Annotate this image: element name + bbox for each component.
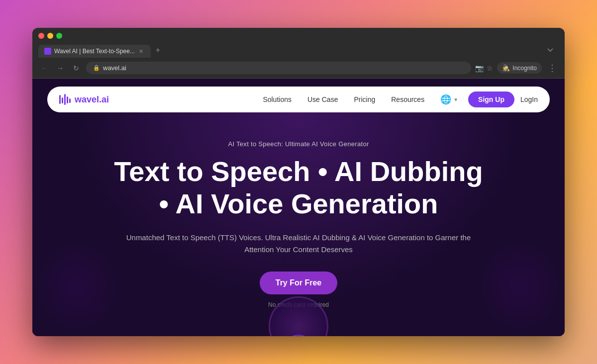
try-free-button[interactable]: Try For Free <box>260 272 337 294</box>
hero-subtitle: AI Text to Speech: Ultimate AI Voice Gen… <box>228 140 369 148</box>
bookmark-icon[interactable]: ☆ <box>487 64 493 72</box>
logo-text: wavel.ai <box>75 94 109 105</box>
hero-section: AI Text to Speech: Ultimate AI Voice Gen… <box>32 112 565 336</box>
tab-expand-button[interactable] <box>542 43 559 58</box>
close-button[interactable] <box>38 33 44 39</box>
login-button[interactable]: LogIn <box>520 95 538 103</box>
svg-rect-0 <box>45 49 50 54</box>
logo-bar-1 <box>59 95 61 104</box>
logo-bar-3 <box>64 94 66 105</box>
incognito-label: Incognito <box>512 65 537 72</box>
globe-icon: 🌐 <box>440 94 451 105</box>
nav-resources[interactable]: Resources <box>391 95 424 103</box>
incognito-badge: 🕵 Incognito <box>497 62 542 74</box>
refresh-button[interactable]: ↻ <box>70 62 82 74</box>
site-navbar: wavel.ai Solutions Use Case Pricing Reso… <box>47 87 550 112</box>
minimize-button[interactable] <box>47 33 53 39</box>
secure-icon: 🔒 <box>93 65 100 71</box>
hero-title: Text to Speech • AI Dubbing • AI Voice G… <box>114 156 483 220</box>
camera-off-icon: 📷 <box>475 64 484 72</box>
back-button[interactable]: ← <box>38 62 50 74</box>
logo-text-ai: .ai <box>99 94 109 104</box>
bottom-decoration-inner <box>284 335 313 336</box>
tab-title: Wavel AI | Best Text-to-Spee... <box>54 48 135 55</box>
address-bar-icons: 📷 ☆ <box>475 64 493 72</box>
address-bar: ← → ↻ 🔒 wavel.ai 📷 ☆ 🕵 Incognito ⋮ <box>32 58 565 79</box>
nav-links: Solutions Use Case Pricing Resources <box>263 95 424 103</box>
nav-actions: 🌐 ▼ Sign Up LogIn <box>436 91 538 107</box>
forward-button[interactable]: → <box>54 62 66 74</box>
tab-favicon <box>44 48 51 55</box>
incognito-icon: 🕵 <box>502 64 510 72</box>
logo-bar-5 <box>69 98 71 103</box>
browser-tab-active[interactable]: Wavel AI | Best Text-to-Spee... ✕ <box>38 45 151 58</box>
browser-window: Wavel AI | Best Text-to-Spee... ✕ + ← → … <box>32 28 565 336</box>
browser-menu-button[interactable]: ⋮ <box>546 63 559 74</box>
language-selector[interactable]: 🌐 ▼ <box>436 92 462 107</box>
nav-solutions[interactable]: Solutions <box>263 95 292 103</box>
tab-bar: Wavel AI | Best Text-to-Spee... ✕ + <box>38 43 559 58</box>
browser-chrome: Wavel AI | Best Text-to-Spee... ✕ + <box>32 28 565 58</box>
new-tab-button[interactable]: + <box>151 43 165 58</box>
logo-text-wavel: wavel <box>75 94 99 104</box>
logo-bar-2 <box>62 97 63 103</box>
nav-pricing[interactable]: Pricing <box>354 95 375 103</box>
logo-bar-4 <box>67 96 68 103</box>
signup-button[interactable]: Sign Up <box>468 91 514 107</box>
url-display[interactable]: wavel.ai <box>103 64 464 72</box>
logo[interactable]: wavel.ai <box>59 94 109 105</box>
logo-icon <box>59 94 71 105</box>
maximize-button[interactable] <box>56 33 62 39</box>
bg-shape-right <box>475 237 565 336</box>
address-input-container: 🔒 wavel.ai <box>86 62 471 74</box>
page-content: wavel.ai Solutions Use Case Pricing Reso… <box>32 79 565 336</box>
traffic-lights <box>38 33 559 39</box>
nav-use-case[interactable]: Use Case <box>307 95 338 103</box>
lang-chevron-icon: ▼ <box>453 97 458 102</box>
hero-title-line1: Text to Speech • AI Dubbing <box>114 156 483 187</box>
bg-shape-left <box>32 237 122 336</box>
tab-close-button[interactable]: ✕ <box>138 48 145 55</box>
hero-description: Unmatched Text to Speech (TTS) Voices. U… <box>114 232 483 256</box>
hero-title-line2: • AI Voice Generation <box>159 188 438 219</box>
